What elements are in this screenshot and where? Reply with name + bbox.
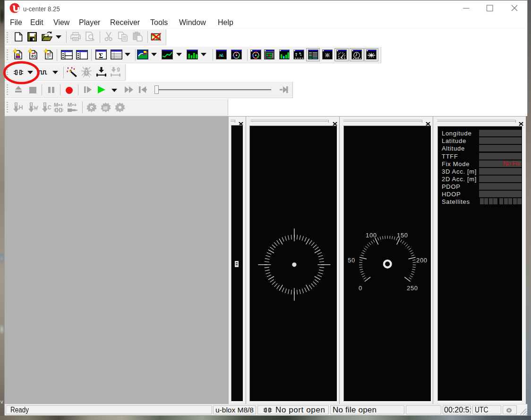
svg-text:Σ: Σ — [99, 52, 103, 59]
svg-text:9: 9 — [117, 67, 120, 74]
svg-text:M•+: M•+ — [68, 102, 77, 108]
svg-text:01: 01 — [31, 54, 36, 59]
svg-text:M•+: M•+ — [54, 102, 63, 108]
